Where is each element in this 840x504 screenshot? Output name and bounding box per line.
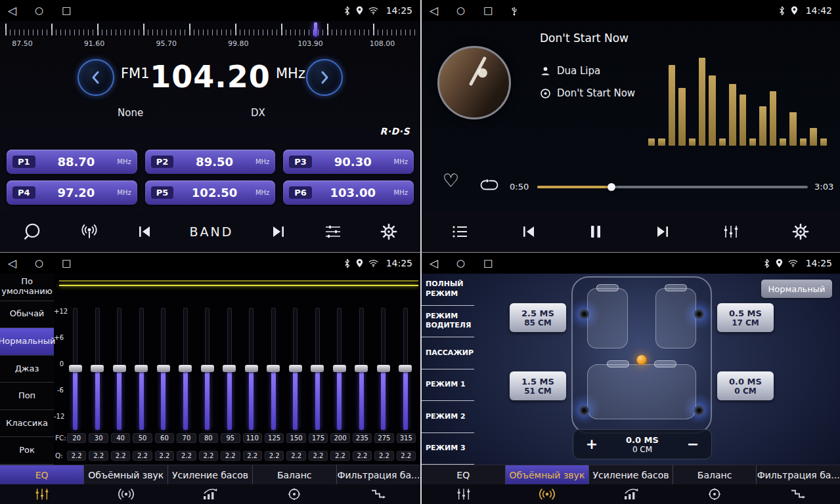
delay-increase-button[interactable]: +	[583, 437, 601, 452]
filter-icon[interactable]	[336, 484, 420, 504]
eq-band-slider[interactable]	[152, 308, 175, 430]
eq-band-slider[interactable]	[328, 308, 351, 430]
eq-band-slider[interactable]	[64, 308, 87, 430]
previous-station-button[interactable]	[137, 224, 152, 239]
album-art[interactable]	[437, 46, 511, 119]
front-left-speaker-icon[interactable]	[579, 309, 589, 319]
delay-front-right-button[interactable]: 0.5 MS 17 CM	[717, 303, 774, 332]
eq-sliders-icon[interactable]	[0, 484, 84, 504]
eq-band-knob[interactable]	[289, 365, 302, 372]
listening-mode-item[interactable]: РЕЖИМ 3	[422, 433, 474, 465]
eq-band-knob[interactable]	[333, 365, 346, 372]
favorite-button[interactable]: ♡	[443, 172, 459, 190]
tab-eq[interactable]: EQ	[422, 465, 506, 484]
eq-preset-item[interactable]: Рок	[0, 437, 54, 465]
eq-preset-item[interactable]: Джаз	[0, 356, 54, 383]
rear-left-speaker-icon[interactable]	[579, 406, 589, 415]
eq-band-slider[interactable]	[351, 308, 373, 430]
tab-bass-boost[interactable]: Усиление басов	[168, 465, 252, 484]
balance-icon[interactable]	[252, 484, 336, 504]
eq-band-slider[interactable]	[108, 308, 131, 430]
eq-preset-item[interactable]: Обычай	[0, 301, 54, 329]
equalizer-button[interactable]	[722, 224, 740, 240]
preset-button-p5[interactable]: P5102.50MHz	[145, 180, 276, 205]
listening-mode-item[interactable]: РЕЖИМ 1	[422, 369, 474, 402]
delay-front-left-button[interactable]: 2.5 MS 85 CM	[510, 303, 566, 332]
tab-eq[interactable]: EQ	[0, 465, 84, 484]
tab-surround[interactable]: Объёмный звук	[506, 465, 590, 484]
eq-band-knob[interactable]	[201, 365, 214, 372]
scan-button[interactable]	[22, 222, 42, 242]
eq-band-knob[interactable]	[399, 365, 412, 372]
preset-button-p4[interactable]: P497.20MHz	[7, 180, 137, 205]
surround-sound-icon[interactable]	[505, 484, 588, 504]
surround-sound-icon[interactable]	[84, 484, 168, 504]
settings-button[interactable]	[791, 222, 810, 241]
eq-sliders-icon[interactable]	[422, 484, 505, 504]
eq-band-slider[interactable]	[196, 308, 219, 430]
listening-mode-item[interactable]: ПОЛНЫЙ РЕЖИМ	[422, 274, 474, 306]
back-button[interactable]: ◁	[8, 258, 16, 269]
tab-surround[interactable]: Объёмный звук	[84, 465, 168, 484]
broadcast-button[interactable]	[79, 223, 99, 240]
eq-band-slider[interactable]	[395, 308, 417, 430]
tune-down-button[interactable]	[77, 59, 114, 96]
bass-boost-icon[interactable]	[168, 484, 252, 504]
listening-mode-item[interactable]: РЕЖИМ 2	[422, 401, 474, 433]
seek-bar-knob[interactable]	[608, 183, 615, 191]
eq-band-knob[interactable]	[113, 365, 126, 372]
recents-button[interactable]: □	[62, 6, 71, 16]
eq-band-knob[interactable]	[245, 365, 258, 372]
recents-button[interactable]: □	[62, 259, 71, 268]
repeat-button[interactable]	[479, 178, 499, 194]
bass-boost-icon[interactable]	[589, 484, 673, 504]
seek-bar[interactable]	[537, 186, 808, 188]
home-button[interactable]: ○	[456, 6, 465, 16]
tab-filter[interactable]: Фильтрация ба...	[337, 465, 420, 484]
previous-track-button[interactable]	[521, 224, 537, 239]
tab-balance[interactable]: Баланс	[673, 465, 757, 484]
frequency-scale[interactable]: 87.5091.6095.7099.80103.90108.00	[0, 22, 420, 54]
eq-band-knob[interactable]	[135, 365, 148, 372]
eq-preset-item[interactable]: Классика	[0, 410, 54, 438]
back-button[interactable]: ◁	[430, 258, 438, 269]
front-right-speaker-icon[interactable]	[694, 309, 704, 319]
eq-band-slider[interactable]	[219, 308, 241, 430]
listening-position-dot[interactable]	[637, 355, 647, 365]
tune-up-button[interactable]	[306, 59, 343, 96]
eq-band-slider[interactable]	[284, 308, 307, 430]
home-button[interactable]: ○	[456, 259, 465, 268]
eq-band-slider[interactable]	[263, 308, 285, 430]
balance-icon[interactable]	[673, 484, 756, 504]
tab-balance[interactable]: Баланс	[253, 465, 337, 484]
eq-band-knob[interactable]	[157, 365, 170, 372]
eq-band-knob[interactable]	[311, 365, 324, 372]
eq-band-knob[interactable]	[377, 365, 390, 372]
preset-button-p3[interactable]: P390.30MHz	[283, 150, 414, 174]
eq-preset-item[interactable]: Поп	[0, 383, 54, 410]
eq-preset-item[interactable]: По умолчанию	[0, 274, 54, 301]
eq-band-knob[interactable]	[267, 365, 280, 372]
eq-band-knob[interactable]	[179, 365, 192, 372]
eq-band-knob[interactable]	[223, 365, 236, 372]
sound-preset-button[interactable]: Нормальный	[761, 280, 832, 298]
tuning-indicator[interactable]	[314, 22, 317, 37]
settings-button[interactable]	[380, 222, 398, 241]
delay-decrease-button[interactable]: −	[684, 437, 702, 452]
back-button[interactable]: ◁	[430, 5, 438, 16]
home-button[interactable]: ○	[35, 6, 43, 16]
next-station-button[interactable]	[271, 224, 286, 239]
eq-band-knob[interactable]	[355, 365, 368, 372]
rear-right-speaker-icon[interactable]	[694, 406, 704, 415]
preset-button-p1[interactable]: P188.70MHz	[7, 150, 137, 174]
pause-button[interactable]	[588, 224, 603, 240]
eq-band-slider[interactable]	[131, 308, 153, 430]
eq-band-slider[interactable]	[240, 308, 263, 430]
eq-band-slider[interactable]	[372, 308, 395, 430]
band-button[interactable]: BAND	[190, 224, 234, 239]
delay-rear-left-button[interactable]: 1.5 MS 51 CM	[510, 371, 566, 400]
recents-button[interactable]: □	[483, 259, 493, 268]
home-button[interactable]: ○	[35, 259, 43, 268]
listening-mode-item[interactable]: ПАССАЖИР	[422, 337, 474, 369]
audio-settings-button[interactable]	[324, 224, 342, 240]
